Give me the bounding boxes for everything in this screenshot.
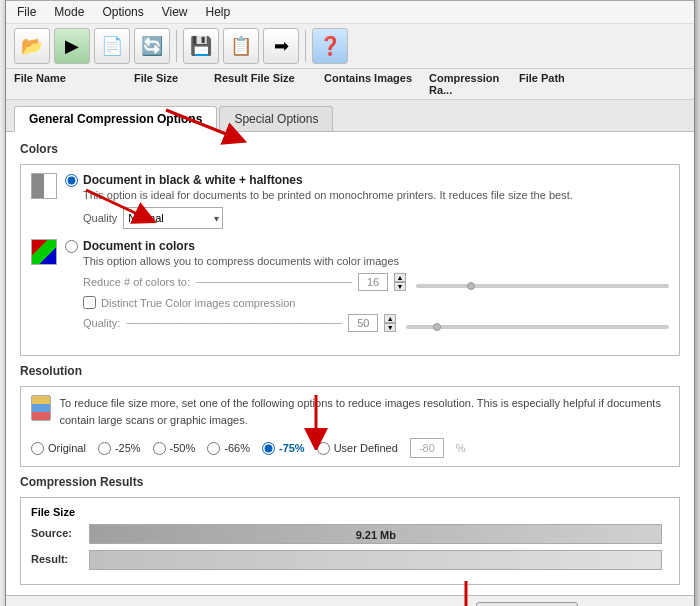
bw-option-content: Document in black & white + halftones Th… (65, 173, 669, 229)
res-25-label: -25% (115, 442, 141, 454)
resolution-icon (31, 395, 51, 421)
colors-panel: Document in black & white + halftones Th… (20, 164, 680, 356)
source-value: 9.21 Mb (356, 529, 396, 541)
menu-mode[interactable]: Mode (51, 4, 87, 20)
reduce-slider[interactable] (416, 284, 669, 288)
quality-select[interactable]: Normal High Low (123, 207, 223, 229)
reduce-down[interactable]: ▼ (394, 282, 406, 291)
quality-sub-input[interactable] (348, 314, 378, 332)
distinct-label: Distinct True Color images compression (101, 297, 295, 309)
quality-label: Quality (83, 212, 117, 224)
compression-panel: File Size Source: 9.21 Mb Result: (20, 497, 680, 585)
menu-options[interactable]: Options (99, 4, 146, 20)
quality-slider-thumb (433, 323, 441, 331)
quality-sub-row: Quality: —————————————————— ▲ ▼ (83, 314, 669, 332)
column-headers: File Name File Size Result File Size Con… (6, 69, 694, 100)
reduce-slider-thumb (467, 282, 475, 290)
col-images: Contains Images (324, 72, 429, 96)
resolution-title: Resolution (20, 364, 680, 378)
quality-slider[interactable] (406, 325, 669, 329)
res-66-radio[interactable] (207, 442, 220, 455)
col-resultsize: Result File Size (214, 72, 324, 96)
resolution-panel: To reduce file size more, set one of the… (20, 386, 680, 467)
quality-up[interactable]: ▲ (384, 314, 396, 323)
res-50: -50% (153, 442, 196, 455)
menu-bar: File Mode Options View Help (6, 1, 694, 24)
quality-down[interactable]: ▼ (384, 323, 396, 332)
resolution-options: Original -25% -50% -66% (31, 438, 669, 458)
tab-general[interactable]: General Compression Options (14, 106, 217, 132)
res-original-label: Original (48, 442, 86, 454)
res-75-radio[interactable] (262, 442, 275, 455)
res-25: -25% (98, 442, 141, 455)
open-file-button[interactable]: 📂 (14, 28, 50, 64)
distinct-checkbox[interactable] (83, 296, 96, 309)
color-radio[interactable] (65, 240, 78, 253)
res-50-radio[interactable] (153, 442, 166, 455)
tab-special[interactable]: Special Options (219, 106, 333, 131)
quality-row: Quality Normal High Low (83, 207, 669, 229)
main-window: P PDF Compressor 2021 * FREE version for… (5, 0, 695, 606)
reduce-colors-row: Reduce # of colors to: ————————————— ▲ ▼ (83, 273, 669, 291)
new-button[interactable]: 📄 (94, 28, 130, 64)
color-option-content: Document in colors This option allows yo… (65, 239, 669, 337)
distinct-row: Distinct True Color images compression (83, 296, 669, 309)
status-actions: 🗜 Compress View Document (476, 602, 682, 606)
res-66: -66% (207, 442, 250, 455)
user-defined-input[interactable] (410, 438, 444, 458)
reduce-spinners: ▲ ▼ (394, 273, 406, 291)
resolution-desc: To reduce file size more, set one of the… (31, 395, 669, 428)
reduce-up[interactable]: ▲ (394, 273, 406, 282)
res-25-radio[interactable] (98, 442, 111, 455)
col-compression: Compression Ra... (429, 72, 519, 96)
menu-help[interactable]: Help (203, 4, 234, 20)
copy-button[interactable]: 📋 (223, 28, 259, 64)
source-label: Source: (31, 527, 86, 539)
reduce-colors-input[interactable] (358, 273, 388, 291)
res-original: Original (31, 442, 86, 455)
bw-option-label: Document in black & white + halftones (65, 173, 669, 187)
col-filepath: File Path (519, 72, 599, 96)
res-original-radio[interactable] (31, 442, 44, 455)
content-area: General Compression Options Special Opti… (6, 100, 694, 595)
col-filesize: File Size (134, 72, 214, 96)
toolbar: 📂 ▶ 📄 🔄 💾 📋 ➡ ❓ (6, 24, 694, 69)
color-description: This option allows you to compress docum… (83, 255, 669, 267)
menu-view[interactable]: View (159, 4, 191, 20)
main-panel: General Compression Options Special Opti… (6, 100, 694, 595)
save-button[interactable]: 💾 (183, 28, 219, 64)
result-label: Result: (31, 553, 86, 565)
col-filename: File Name (14, 72, 134, 96)
tab-bar: General Compression Options Special Opti… (6, 100, 694, 132)
res-75-label: -75% (279, 442, 305, 454)
res-50-label: -50% (170, 442, 196, 454)
quality-select-wrapper: Normal High Low (123, 207, 223, 229)
colors-title: Colors (20, 142, 680, 156)
bw-description: This option is ideal for documents to be… (83, 189, 669, 201)
bw-label-text: Document in black & white + halftones (83, 173, 303, 187)
bw-icon (31, 173, 57, 199)
color-option-row: Document in colors This option allows yo… (31, 239, 669, 337)
toolbar-separator2 (305, 30, 306, 62)
res-75: -75% (262, 442, 305, 455)
file-size-heading: File Size (31, 506, 669, 518)
resolution-description: To reduce file size more, set one of the… (59, 395, 669, 428)
res-66-label: -66% (224, 442, 250, 454)
help-button[interactable]: ❓ (312, 28, 348, 64)
send-button[interactable]: ➡ (263, 28, 299, 64)
res-user-label: User Defined (334, 442, 398, 454)
menu-file[interactable]: File (14, 4, 39, 20)
toolbar-separator (176, 30, 177, 62)
quality-spinners: ▲ ▼ (384, 314, 396, 332)
reduce-label: Reduce # of colors to: (83, 276, 190, 288)
run-button[interactable]: ▶ (54, 28, 90, 64)
res-user-radio[interactable] (317, 442, 330, 455)
color-label-text: Document in colors (83, 239, 195, 253)
bw-option-row: Document in black & white + halftones Th… (31, 173, 669, 229)
color-icon (31, 239, 57, 265)
bw-radio[interactable] (65, 174, 78, 187)
refresh-button[interactable]: 🔄 (134, 28, 170, 64)
compress-button[interactable]: 🗜 Compress (476, 602, 578, 606)
source-bar-row: Source: 9.21 Mb (31, 524, 669, 544)
status-bar: Status: Ready to compress. 🗜 Compress Vi… (6, 595, 694, 606)
